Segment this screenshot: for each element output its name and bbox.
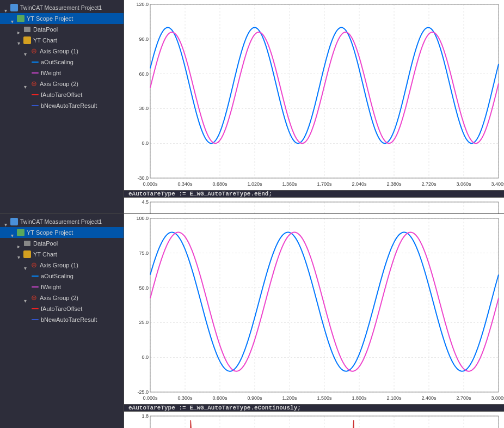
signal-orange-icon-2 [30,315,39,324]
bottom-chart-1 [124,198,504,213]
sidebar-item-fautotareoffset-1[interactable]: fAutoTareOffset [0,89,124,100]
datapool-icon-2 [23,239,32,248]
sidebar-item-axisgroup2-2[interactable]: ⊕ Axis Group (2) [0,292,124,303]
arrow-icon [24,296,28,300]
annotation-2: eAutoTareType := E_WG_AutoTareType.eCont… [124,404,504,412]
signal-orange-icon [30,101,39,110]
sidebar-item-axisgroup1-2[interactable]: ⊕ Axis Group (1) [0,260,124,271]
sidebar-item-ytchart-2[interactable]: YT Chart [0,249,124,260]
sidebar-item-ytchart-1[interactable]: YT Chart [0,35,124,46]
sidebar-item-project-1[interactable]: TwinCAT Measurement Project1 [0,2,124,13]
axisgroup2-icon-2: ⊕ [29,294,38,302]
sidebar-item-scope-1[interactable]: YT Scope Project [0,13,124,24]
axisgroup-icon-2: ⊕ [29,261,38,270]
sidebar-item-fweight-2[interactable]: fWeight [0,282,124,292]
arrow-icon [17,27,22,32]
chart-icon-2 [23,250,32,259]
bottom-chart-canvas-1 [124,198,504,213]
scope-icon-2 [16,228,25,237]
signal-blue-icon [30,58,39,66]
arrow-icon [11,16,15,21]
sidebar-item-axisgroup1-1[interactable]: ⊕ Axis Group (1) [0,46,124,57]
project-icon [10,3,19,12]
top-chart-canvas-1 [124,0,504,190]
sidebar-item-datapool-1[interactable]: DataPool [0,24,124,35]
sidebar-item-project-2[interactable]: TwinCAT Measurement Project1 [0,216,124,227]
arrow-icon [17,241,22,246]
chart-area-1: eAutoTareType := E_WG_AutoTareType.eEnd; [124,0,504,213]
signal-pink-icon [30,69,39,77]
chart-icon [23,36,32,45]
signal-blue-icon-2 [30,272,39,280]
sidebar-item-bnewautotareresult-1[interactable]: bNewAutoTareResult [0,100,124,111]
axisgroup2-icon: ⊕ [29,80,38,88]
sidebar-item-bnewautotareresult-2[interactable]: bNewAutoTareResult [0,314,124,325]
sidebar-item-aoutscaling-1[interactable]: aOutScaling [0,57,124,68]
chart-area-2: eAutoTareType := E_WG_AutoTareType.eCont… [124,214,504,428]
arrow-icon [24,263,28,267]
panel-2: TwinCAT Measurement Project1 YT Scope Pr… [0,214,504,428]
arrow-icon [4,5,9,10]
signal-red-icon-2 [30,304,39,313]
sidebar-2: TwinCAT Measurement Project1 YT Scope Pr… [0,214,124,428]
datapool-icon [23,25,32,34]
sidebar-item-aoutscaling-2[interactable]: aOutScaling [0,271,124,282]
annotation-1: eAutoTareType := E_WG_AutoTareType.eEnd; [124,190,504,198]
bottom-chart-canvas-2 [124,412,504,428]
arrow-icon [24,82,28,86]
bottom-chart-2 [124,412,504,428]
top-chart-canvas-2 [124,214,504,404]
sidebar-item-datapool-2[interactable]: DataPool [0,238,124,249]
signal-pink-icon-2 [30,283,39,291]
top-chart-1 [124,0,504,190]
arrow-icon [17,38,22,42]
project-icon-2 [10,217,19,226]
sidebar-item-axisgroup2-1[interactable]: ⊕ Axis Group (2) [0,78,124,89]
axisgroup-icon: ⊕ [29,47,38,56]
signal-red-icon [30,90,39,99]
arrow-icon [24,49,28,53]
scope-icon [16,14,25,23]
arrow-icon [17,252,22,256]
sidebar-item-fweight-1[interactable]: fWeight [0,68,124,78]
arrow-icon [11,230,15,235]
sidebar-1: TwinCAT Measurement Project1 YT Scope Pr… [0,0,124,213]
sidebar-item-scope-2[interactable]: YT Scope Project [0,227,124,238]
panel-1: TwinCAT Measurement Project1 YT Scope Pr… [0,0,504,214]
top-chart-2 [124,214,504,404]
arrow-icon [4,219,9,224]
sidebar-item-fautotareoffset-2[interactable]: fAutoTareOffset [0,303,124,314]
